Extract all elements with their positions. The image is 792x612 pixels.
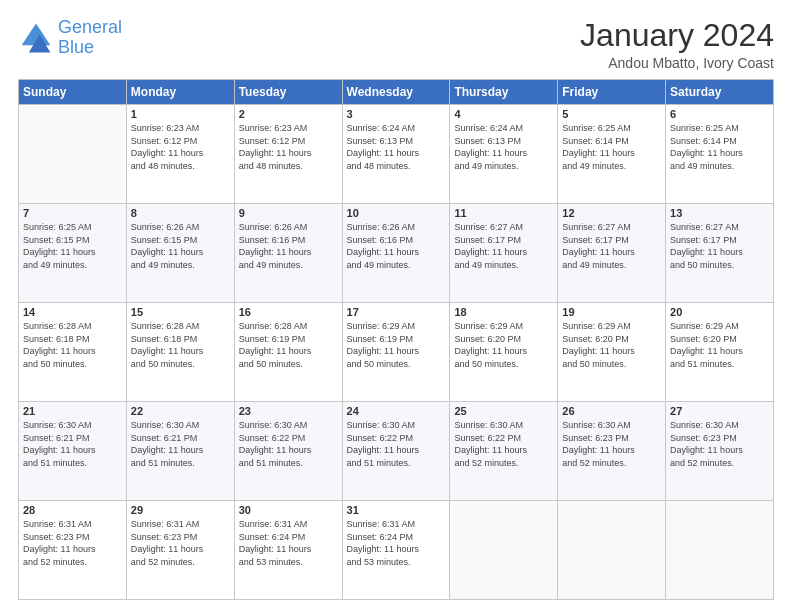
day-info: Sunrise: 6:26 AM Sunset: 6:15 PM Dayligh… — [131, 221, 230, 271]
header: General Blue January 2024 Andou Mbatto, … — [18, 18, 774, 71]
calendar-cell: 25Sunrise: 6:30 AM Sunset: 6:22 PM Dayli… — [450, 402, 558, 501]
calendar-cell: 4Sunrise: 6:24 AM Sunset: 6:13 PM Daylig… — [450, 105, 558, 204]
calendar-cell — [666, 501, 774, 600]
day-number: 25 — [454, 405, 553, 417]
day-info: Sunrise: 6:30 AM Sunset: 6:23 PM Dayligh… — [562, 419, 661, 469]
calendar-cell: 14Sunrise: 6:28 AM Sunset: 6:18 PM Dayli… — [19, 303, 127, 402]
day-info: Sunrise: 6:28 AM Sunset: 6:19 PM Dayligh… — [239, 320, 338, 370]
calendar-cell: 22Sunrise: 6:30 AM Sunset: 6:21 PM Dayli… — [126, 402, 234, 501]
day-of-week-tuesday: Tuesday — [234, 80, 342, 105]
day-info: Sunrise: 6:28 AM Sunset: 6:18 PM Dayligh… — [23, 320, 122, 370]
day-number: 31 — [347, 504, 446, 516]
calendar-cell: 21Sunrise: 6:30 AM Sunset: 6:21 PM Dayli… — [19, 402, 127, 501]
day-number: 20 — [670, 306, 769, 318]
calendar-cell: 28Sunrise: 6:31 AM Sunset: 6:23 PM Dayli… — [19, 501, 127, 600]
day-info: Sunrise: 6:31 AM Sunset: 6:23 PM Dayligh… — [23, 518, 122, 568]
calendar-cell: 3Sunrise: 6:24 AM Sunset: 6:13 PM Daylig… — [342, 105, 450, 204]
logo: General Blue — [18, 18, 122, 58]
day-number: 10 — [347, 207, 446, 219]
day-number: 2 — [239, 108, 338, 120]
day-info: Sunrise: 6:30 AM Sunset: 6:21 PM Dayligh… — [131, 419, 230, 469]
calendar-cell: 13Sunrise: 6:27 AM Sunset: 6:17 PM Dayli… — [666, 204, 774, 303]
calendar-cell: 17Sunrise: 6:29 AM Sunset: 6:19 PM Dayli… — [342, 303, 450, 402]
day-number: 28 — [23, 504, 122, 516]
calendar-cell: 24Sunrise: 6:30 AM Sunset: 6:22 PM Dayli… — [342, 402, 450, 501]
day-number: 13 — [670, 207, 769, 219]
day-number: 19 — [562, 306, 661, 318]
calendar-cell — [558, 501, 666, 600]
day-number: 23 — [239, 405, 338, 417]
day-info: Sunrise: 6:28 AM Sunset: 6:18 PM Dayligh… — [131, 320, 230, 370]
calendar-header-row: SundayMondayTuesdayWednesdayThursdayFrid… — [19, 80, 774, 105]
day-of-week-monday: Monday — [126, 80, 234, 105]
calendar-week-4: 28Sunrise: 6:31 AM Sunset: 6:23 PM Dayli… — [19, 501, 774, 600]
day-number: 15 — [131, 306, 230, 318]
day-number: 24 — [347, 405, 446, 417]
day-info: Sunrise: 6:27 AM Sunset: 6:17 PM Dayligh… — [562, 221, 661, 271]
day-info: Sunrise: 6:30 AM Sunset: 6:22 PM Dayligh… — [347, 419, 446, 469]
day-number: 29 — [131, 504, 230, 516]
day-of-week-sunday: Sunday — [19, 80, 127, 105]
page: General Blue January 2024 Andou Mbatto, … — [0, 0, 792, 612]
day-info: Sunrise: 6:27 AM Sunset: 6:17 PM Dayligh… — [670, 221, 769, 271]
day-info: Sunrise: 6:30 AM Sunset: 6:23 PM Dayligh… — [670, 419, 769, 469]
day-info: Sunrise: 6:26 AM Sunset: 6:16 PM Dayligh… — [239, 221, 338, 271]
subtitle: Andou Mbatto, Ivory Coast — [580, 55, 774, 71]
day-of-week-wednesday: Wednesday — [342, 80, 450, 105]
logo-blue: Blue — [58, 37, 94, 57]
title-block: January 2024 Andou Mbatto, Ivory Coast — [580, 18, 774, 71]
calendar-cell: 18Sunrise: 6:29 AM Sunset: 6:20 PM Dayli… — [450, 303, 558, 402]
day-number: 14 — [23, 306, 122, 318]
day-info: Sunrise: 6:29 AM Sunset: 6:20 PM Dayligh… — [670, 320, 769, 370]
day-number: 18 — [454, 306, 553, 318]
day-info: Sunrise: 6:30 AM Sunset: 6:21 PM Dayligh… — [23, 419, 122, 469]
day-number: 4 — [454, 108, 553, 120]
day-info: Sunrise: 6:24 AM Sunset: 6:13 PM Dayligh… — [347, 122, 446, 172]
calendar-cell — [450, 501, 558, 600]
day-info: Sunrise: 6:23 AM Sunset: 6:12 PM Dayligh… — [131, 122, 230, 172]
calendar-cell: 16Sunrise: 6:28 AM Sunset: 6:19 PM Dayli… — [234, 303, 342, 402]
calendar-cell: 1Sunrise: 6:23 AM Sunset: 6:12 PM Daylig… — [126, 105, 234, 204]
day-info: Sunrise: 6:30 AM Sunset: 6:22 PM Dayligh… — [239, 419, 338, 469]
day-number: 5 — [562, 108, 661, 120]
calendar-cell: 12Sunrise: 6:27 AM Sunset: 6:17 PM Dayli… — [558, 204, 666, 303]
calendar-cell: 29Sunrise: 6:31 AM Sunset: 6:23 PM Dayli… — [126, 501, 234, 600]
calendar-cell: 9Sunrise: 6:26 AM Sunset: 6:16 PM Daylig… — [234, 204, 342, 303]
day-number: 7 — [23, 207, 122, 219]
day-info: Sunrise: 6:31 AM Sunset: 6:23 PM Dayligh… — [131, 518, 230, 568]
day-info: Sunrise: 6:29 AM Sunset: 6:19 PM Dayligh… — [347, 320, 446, 370]
day-info: Sunrise: 6:25 AM Sunset: 6:14 PM Dayligh… — [562, 122, 661, 172]
day-info: Sunrise: 6:29 AM Sunset: 6:20 PM Dayligh… — [562, 320, 661, 370]
day-number: 21 — [23, 405, 122, 417]
day-number: 26 — [562, 405, 661, 417]
calendar-cell: 20Sunrise: 6:29 AM Sunset: 6:20 PM Dayli… — [666, 303, 774, 402]
calendar-cell: 19Sunrise: 6:29 AM Sunset: 6:20 PM Dayli… — [558, 303, 666, 402]
day-number: 27 — [670, 405, 769, 417]
day-number: 12 — [562, 207, 661, 219]
calendar-cell: 5Sunrise: 6:25 AM Sunset: 6:14 PM Daylig… — [558, 105, 666, 204]
day-of-week-saturday: Saturday — [666, 80, 774, 105]
day-number: 17 — [347, 306, 446, 318]
calendar-cell: 15Sunrise: 6:28 AM Sunset: 6:18 PM Dayli… — [126, 303, 234, 402]
day-info: Sunrise: 6:27 AM Sunset: 6:17 PM Dayligh… — [454, 221, 553, 271]
calendar-week-3: 21Sunrise: 6:30 AM Sunset: 6:21 PM Dayli… — [19, 402, 774, 501]
logo-general: General — [58, 17, 122, 37]
day-number: 6 — [670, 108, 769, 120]
calendar-table: SundayMondayTuesdayWednesdayThursdayFrid… — [18, 79, 774, 600]
day-number: 9 — [239, 207, 338, 219]
day-number: 3 — [347, 108, 446, 120]
calendar-week-0: 1Sunrise: 6:23 AM Sunset: 6:12 PM Daylig… — [19, 105, 774, 204]
logo-icon — [18, 20, 54, 56]
calendar-cell: 8Sunrise: 6:26 AM Sunset: 6:15 PM Daylig… — [126, 204, 234, 303]
calendar-cell: 27Sunrise: 6:30 AM Sunset: 6:23 PM Dayli… — [666, 402, 774, 501]
calendar-cell: 10Sunrise: 6:26 AM Sunset: 6:16 PM Dayli… — [342, 204, 450, 303]
main-title: January 2024 — [580, 18, 774, 53]
calendar-week-2: 14Sunrise: 6:28 AM Sunset: 6:18 PM Dayli… — [19, 303, 774, 402]
calendar-cell: 7Sunrise: 6:25 AM Sunset: 6:15 PM Daylig… — [19, 204, 127, 303]
calendar-cell — [19, 105, 127, 204]
day-info: Sunrise: 6:26 AM Sunset: 6:16 PM Dayligh… — [347, 221, 446, 271]
day-info: Sunrise: 6:30 AM Sunset: 6:22 PM Dayligh… — [454, 419, 553, 469]
day-number: 16 — [239, 306, 338, 318]
calendar-week-1: 7Sunrise: 6:25 AM Sunset: 6:15 PM Daylig… — [19, 204, 774, 303]
day-number: 22 — [131, 405, 230, 417]
